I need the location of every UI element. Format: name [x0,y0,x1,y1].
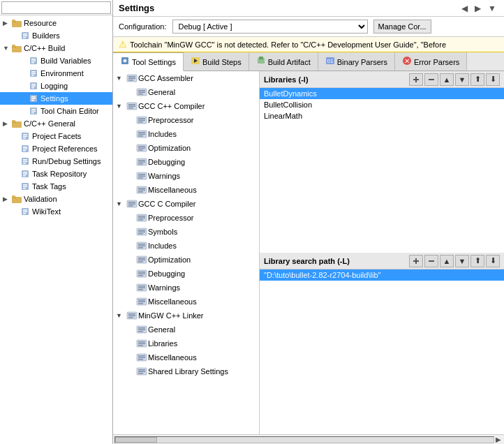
forward-button[interactable]: ▶ [473,3,483,13]
tree-panel-item-label: Optimization [148,144,191,152]
tree-panel-item-mingw-linker[interactable]: ▼MinGW C++ Linker [113,309,259,323]
tab-error-parsers[interactable]: ✕Error Parsers [395,52,467,71]
path-down-button[interactable]: ▼ [455,255,469,267]
sidebar-item-build-variables[interactable]: Build Variables [0,54,112,67]
tab-build-artifact[interactable]: Build Artifact [249,52,318,71]
tree-panel-item-gcc-cpp-optimization[interactable]: Optimization [113,141,259,155]
sidebar-item-validation[interactable]: Validation [0,193,112,205]
back-button[interactable]: ◀ [459,3,470,13]
tree-panel-item-gcc-cpp-misc[interactable]: Miscellaneous [113,183,259,197]
scroll-thumb[interactable] [115,437,157,443]
svg-rect-140 [128,316,135,317]
svg-point-61 [124,59,127,63]
tree-panel-item-gcc-cpp-includes[interactable]: Includes [113,127,259,141]
tree-panel-item-gcc-c-preprocessor[interactable]: Preprocessor [113,211,259,225]
config-bar: Configuration: Debug [ Active ] Manage C… [113,17,504,37]
dropdown-button[interactable]: ▼ [486,3,498,13]
svg-rect-72 [128,78,135,80]
path-delete-button[interactable] [424,255,438,267]
tab-binary-parsers[interactable]: 01Binary Parsers [318,52,395,71]
library-item-linear-math[interactable]: LinearMath [260,110,504,121]
sidebar-item-settings[interactable]: Settings [0,92,112,105]
tree-panel-item-gcc-cpp-compiler[interactable]: ▼GCC C++ Compiler [113,99,259,113]
tab-tool-settings[interactable]: Tool Settings [113,52,184,71]
warning-bar: ⚠ Toolchain "MinGW GCC" is not detected.… [113,37,504,52]
svg-rect-144 [138,330,145,331]
bottom-scrollbar[interactable]: ▶ [113,434,504,444]
sidebar-search-bar[interactable] [0,0,112,15]
sidebar-item-builders[interactable]: Builders [0,29,112,42]
tree-panel-item-mingw-general[interactable]: General [113,323,259,336]
lib-up-button[interactable]: ▲ [440,73,454,86]
main-content: Settings ◀ ▶ ▼ Configuration: Debug [ Ac… [113,0,504,444]
title-bar: Settings ◀ ▶ ▼ [113,0,504,17]
sidebar-item-tool-chain-editor[interactable]: Tool Chain Editor [0,105,112,117]
tree-panel-item-gcc-assembler-general[interactable]: General [113,85,259,99]
lib-export-button[interactable]: ⬇ [486,73,500,86]
tree-panel-item-mingw-shared[interactable]: Shared Library Settings [113,364,259,378]
lib-delete-button[interactable] [424,73,438,86]
lib-import-button[interactable]: ⬆ [470,73,484,86]
tree-panel-item-gcc-c-includes[interactable]: Includes [113,239,259,253]
tree-panel-item-label: Includes [148,130,177,138]
tree-panel-item-gcc-c-optimization[interactable]: Optimization [113,253,259,267]
tool-icon [126,198,138,210]
sidebar-item-project-references[interactable]: Project References [0,142,112,155]
sidebar-item-cpp-build[interactable]: C/C++ Build [0,42,112,54]
path-import-button[interactable]: ⬆ [470,255,484,267]
tree-panel-item-gcc-cpp-debugging[interactable]: Debugging [113,155,259,169]
tree-panel-item-gcc-c-compiler[interactable]: ▼GCC C Compiler [113,197,259,211]
item-icon [28,93,39,104]
tree-panel-item-gcc-c-symbols[interactable]: Symbols [113,225,259,239]
sidebar-item-environment[interactable]: Environment [0,67,112,80]
svg-rect-6 [23,37,26,38]
tree-panel-item-gcc-assembler[interactable]: ▼GCC Assembler [113,71,259,85]
tree-panel-item-mingw-libraries[interactable]: Libraries [113,336,259,350]
tool-icon [135,142,148,154]
tab-build-steps[interactable]: Build Steps [184,52,249,71]
tree-panel-item-gcc-cpp-preprocessor[interactable]: Preprocessor [113,113,259,127]
path-up-button[interactable]: ▲ [440,255,454,267]
svg-rect-4 [23,34,27,35]
tree-panel-item-gcc-c-debugging[interactable]: Debugging [113,267,259,281]
lib-down-button[interactable]: ▼ [455,73,469,86]
path-export-button[interactable]: ⬇ [486,255,500,267]
sidebar-item-wikitext[interactable]: WikiText [0,205,112,218]
svg-rect-36 [23,138,26,139]
sidebar-item-run-debug-settings[interactable]: Run/Debug Settings [0,155,112,168]
library-path-toolbar: ▲ ▼ ⬆ ⬇ [409,255,500,267]
tree-panel-item-gcc-cpp-warnings[interactable]: Warnings [113,169,259,183]
item-icon [20,131,31,142]
config-select[interactable]: Debug [ Active ] [172,20,368,34]
tree-panel-item-label: Debugging [148,269,185,278]
svg-rect-77 [138,94,143,95]
library-path-item-bullet-path[interactable]: "D:\tuto\bullet-2.82-r2704-build\lib" [260,269,504,281]
library-path-title: Library search path (-L) [264,257,350,265]
scroll-track[interactable] [114,436,494,443]
sidebar-search-input[interactable] [1,1,111,14]
path-add-button[interactable] [409,255,423,267]
svg-rect-44 [23,163,26,164]
sidebar-item-project-facets[interactable]: Project Facets [0,130,112,142]
sidebar-item-resource[interactable]: Resource [0,17,112,29]
svg-rect-28 [31,111,36,112]
library-item-bullet-collision[interactable]: BulletCollision [260,99,504,110]
svg-rect-25 [31,100,34,101]
scroll-right-arrow[interactable]: ▶ [494,436,503,443]
tree-panel-item-gcc-c-misc[interactable]: Miscellaneous [113,295,259,309]
sidebar-item-label: Build Variables [40,57,91,65]
sidebar-item-task-tags[interactable]: Task Tags [0,180,112,193]
tree-panel-item-mingw-misc[interactable]: Miscellaneous [113,350,259,364]
svg-rect-156 [138,371,145,373]
lib-add-button[interactable] [409,73,423,86]
svg-rect-147 [138,341,145,343]
tree-panel-item-gcc-c-warnings[interactable]: Warnings [113,281,259,295]
library-item-bullet-dynamics[interactable]: BulletDynamics [260,88,504,99]
sidebar-item-cpp-general[interactable]: C/C++ General [0,117,112,130]
svg-rect-87 [138,132,145,133]
svg-rect-137 [138,303,143,304]
sidebar-item-task-repository[interactable]: Task Repository [0,168,112,180]
manage-button[interactable]: Manage Cor... [373,20,431,34]
sidebar-item-logging[interactable]: Logging [0,80,112,92]
svg-rect-112 [138,218,145,219]
